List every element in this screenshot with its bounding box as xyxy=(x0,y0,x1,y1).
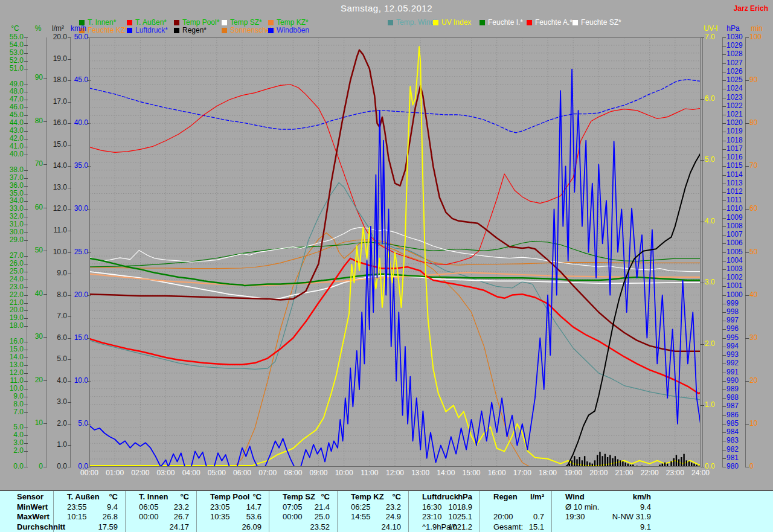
table-row: 9.1 xyxy=(552,522,658,532)
tick-label: 5.0 xyxy=(13,423,24,431)
tick-mark xyxy=(24,155,28,155)
tick-mark xyxy=(722,252,726,253)
x-tick-label: 04:00 xyxy=(178,469,205,477)
table-column-temp-sz: Temp SZ°C07:0521.400:0025.023.52 xyxy=(269,491,337,532)
tick-label: 6.0 xyxy=(705,95,715,103)
tick-label: 0.0 xyxy=(57,463,67,470)
tick-label: 2.0 xyxy=(13,447,24,455)
legend-label: Feuchte A.* xyxy=(535,19,573,27)
tick-mark xyxy=(24,53,28,54)
tick-mark xyxy=(24,295,28,296)
tick-label: 15.0 xyxy=(74,334,88,342)
cell-time: 23:55 xyxy=(67,502,87,511)
cell-value: 24.9 xyxy=(386,512,401,521)
x-tick-label: 01:00 xyxy=(101,469,128,477)
tick-mark xyxy=(722,54,726,55)
legend-label: Windböen xyxy=(277,27,309,34)
tick-mark xyxy=(24,365,28,366)
tick-mark xyxy=(24,209,28,210)
tick-mark xyxy=(43,251,47,251)
table-row-label: MaxWert xyxy=(0,512,53,522)
tick-mark xyxy=(68,402,71,403)
cell-time: 00:00 xyxy=(139,512,159,521)
legend-label: Regen* xyxy=(182,27,207,34)
tick-label: 991 xyxy=(726,368,739,376)
tick-label: 20 xyxy=(35,376,43,384)
legend-swatch-temp-kz xyxy=(268,20,274,25)
cell-value: 53.6 xyxy=(246,512,261,521)
bar-regen-rate xyxy=(609,455,611,467)
tick-label: 1016 xyxy=(726,153,743,161)
tick-mark xyxy=(745,166,749,167)
tick-mark xyxy=(24,170,28,171)
table-column-temp-pool: Temp Pool°C23:0514.710:3553.626.09 xyxy=(196,491,269,532)
tick-label: 1029 xyxy=(726,42,743,50)
tick-label: 30 xyxy=(35,333,43,341)
tick-label: 1003 xyxy=(726,265,743,273)
tick-label: 3.0 xyxy=(57,398,67,406)
tick-label: 3.0 xyxy=(705,278,715,286)
tick-mark xyxy=(68,424,71,425)
tick-label: 90 xyxy=(749,76,757,84)
x-tick-label: 00:00 xyxy=(76,469,103,477)
cell-time: Gesamt: xyxy=(493,522,523,531)
tick-mark xyxy=(68,445,71,446)
table-column-header: Temp SZ°C xyxy=(269,492,337,502)
tick-label: 40.0 xyxy=(74,119,88,127)
tick-label: 10.0 xyxy=(53,248,67,256)
tick-label: 1025 xyxy=(726,76,743,84)
table-column-temp-kz: Temp KZ°C06:2523.214:5524.924.10 xyxy=(337,491,408,532)
tick-label: 30 xyxy=(749,334,757,342)
tick-label: 4.0 xyxy=(57,377,67,385)
tick-mark xyxy=(722,286,726,287)
tick-label: 80 xyxy=(749,119,757,127)
x-tick-label: 07:00 xyxy=(254,469,281,477)
tick-mark xyxy=(68,123,71,124)
tick-mark xyxy=(43,121,47,122)
tick-label: 8.0 xyxy=(13,400,24,408)
tick-mark xyxy=(722,381,726,382)
bar-regen-rate xyxy=(683,454,684,467)
sensor-unit: °C xyxy=(252,492,261,501)
titlebar: Samstag, 12.05.2012 Jarz Erich xyxy=(0,3,773,16)
tick-label: 1.0 xyxy=(57,441,67,449)
cell-time: 19:30 xyxy=(565,512,585,521)
weather-app-window: Samstag, 12.05.2012 Jarz Erich T. Innen*… xyxy=(0,0,773,532)
tick-label: 60 xyxy=(749,205,757,213)
cell-time: 14:55 xyxy=(351,512,371,521)
tick-mark xyxy=(68,252,71,253)
tick-label: 1004 xyxy=(726,257,743,264)
x-tick-label: 02:00 xyxy=(127,469,153,477)
table-row: 17.59 xyxy=(54,522,125,532)
tick-label: 1011 xyxy=(726,196,742,204)
tick-mark xyxy=(68,274,71,274)
tick-mark xyxy=(24,61,28,62)
tick-mark xyxy=(43,380,47,381)
tick-label: 1001 xyxy=(726,282,743,290)
legend-swatch-sonnenschein xyxy=(222,28,227,33)
cell-value: 1018.9 xyxy=(448,502,472,511)
cell-time: 23:10 xyxy=(422,512,442,521)
tick-mark xyxy=(68,188,71,188)
tick-mark xyxy=(68,231,71,231)
tick-label: 13.0 xyxy=(53,184,67,191)
tick-mark xyxy=(722,218,726,219)
tick-mark xyxy=(722,389,726,390)
tick-mark xyxy=(701,283,704,283)
tick-mark xyxy=(722,175,726,176)
tick-label: 12.0 xyxy=(10,369,24,377)
x-tick-label: 20:00 xyxy=(585,469,612,477)
bar-regen-rate xyxy=(617,460,618,467)
tick-label: 997 xyxy=(726,316,739,324)
tick-mark xyxy=(43,164,47,165)
tick-label: 1009 xyxy=(726,214,743,222)
x-tick-label: 06:00 xyxy=(229,469,255,477)
tick-mark xyxy=(722,338,726,339)
tick-label: 15.0 xyxy=(53,141,67,149)
tick-label: 9.0 xyxy=(57,269,67,277)
tick-mark xyxy=(701,222,704,222)
x-tick-label: 05:00 xyxy=(204,469,230,477)
table-label-column: SensorMinWertMaxWertDurchschnitt xyxy=(0,491,53,532)
tick-mark xyxy=(68,381,71,382)
tick-label: 1030 xyxy=(726,33,743,41)
